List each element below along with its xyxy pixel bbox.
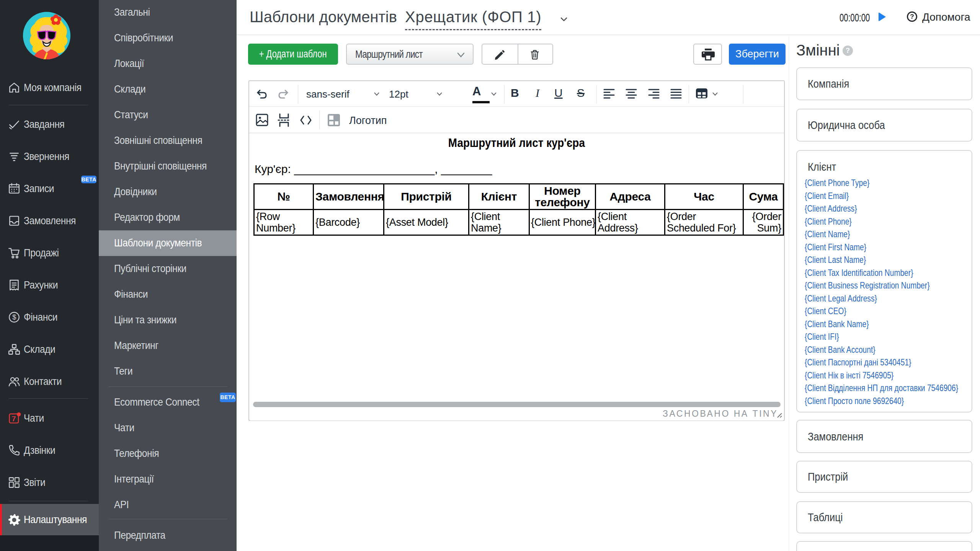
svg-text:7: 7 [12,415,16,423]
svg-text:$: $ [12,313,16,321]
